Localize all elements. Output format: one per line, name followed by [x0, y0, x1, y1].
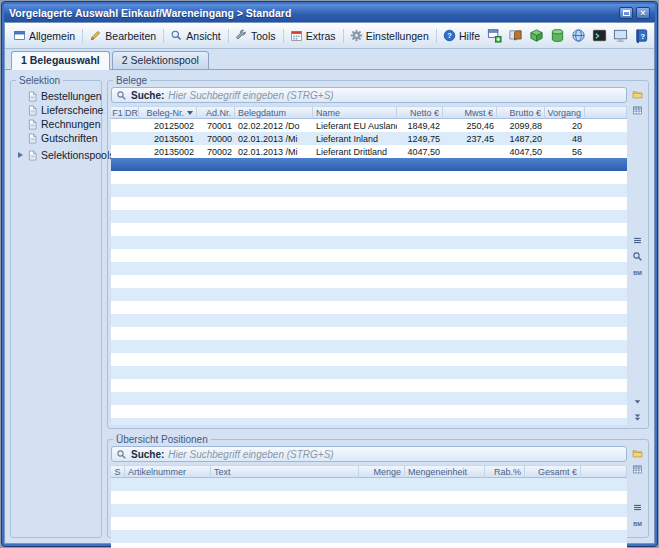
menu-tools[interactable]: Tools — [231, 27, 280, 44]
column-header-mwst[interactable]: Mwst € — [443, 106, 497, 119]
table-row-empty[interactable] — [111, 530, 627, 543]
table-row-empty[interactable] — [111, 392, 627, 405]
table-row-empty[interactable] — [111, 197, 627, 210]
table-row-empty[interactable] — [111, 171, 627, 184]
sidebar-item-rechnungen[interactable]: Rechnungen — [14, 117, 98, 131]
tab-2-selektionspool[interactable]: 2 Selektionspool — [112, 51, 209, 70]
database-button[interactable] — [548, 27, 566, 45]
column-header-text[interactable]: Text — [211, 465, 359, 478]
cell-name — [313, 379, 397, 392]
table-layout-button[interactable] — [631, 463, 644, 476]
new-window-button[interactable] — [485, 27, 503, 45]
column-header-name[interactable]: Name — [313, 106, 397, 119]
strip-bottom — [631, 395, 644, 424]
table-row-selected[interactable] — [111, 158, 627, 171]
cell-s — [111, 517, 125, 530]
sidebar-item-bestellungen[interactable]: Bestellungen — [14, 89, 98, 103]
menu-ansicht[interactable]: Ansicht — [166, 27, 224, 44]
folder-button[interactable] — [631, 88, 644, 101]
table-layout-button[interactable] — [631, 104, 644, 117]
cell-text — [211, 530, 359, 543]
cell-ad-nr — [197, 262, 235, 275]
terminal-button[interactable] — [590, 27, 608, 45]
column-header-vorgang[interactable]: Vorgang — [545, 106, 585, 119]
package-button[interactable] — [527, 27, 545, 45]
table-row-empty[interactable] — [111, 275, 627, 288]
maximize-button[interactable] — [619, 7, 633, 19]
table-row-empty[interactable] — [111, 210, 627, 223]
table-row-empty[interactable] — [111, 314, 627, 327]
list-button[interactable] — [631, 234, 644, 247]
cell-filler — [581, 491, 627, 504]
column-header-f1[interactable]: F1 — [111, 106, 125, 119]
zoom-button[interactable] — [631, 250, 644, 263]
column-header-beleg-nr[interactable]: Beleg-Nr. — [139, 106, 197, 119]
globe-button[interactable] — [569, 27, 587, 45]
menu-einstellungen[interactable]: Einstellungen — [346, 27, 433, 44]
column-header-artikelnummer[interactable]: Artikelnummer — [125, 465, 211, 478]
menu-hilfe[interactable]: ?Hilfe — [439, 27, 484, 44]
table-row[interactable]: 201350027000202.01.2013 /MiLieferant Dri… — [111, 145, 627, 158]
arrow-down-button[interactable] — [631, 395, 644, 408]
table-row-empty[interactable] — [111, 288, 627, 301]
belege-search-input[interactable]: Hier Suchbegriff eingeben (STRG+S) — [168, 90, 622, 101]
tab-1-belegauswahl[interactable]: 1 Belegauswahl — [11, 51, 110, 70]
cell-filler — [585, 249, 627, 262]
cell-brutto — [497, 405, 545, 418]
cell-dr — [125, 405, 139, 418]
expander-icon[interactable] — [16, 151, 24, 160]
monitor-button[interactable] — [611, 27, 629, 45]
table-row[interactable]: 201350017000002.01.2013 /MiLieferant Inl… — [111, 132, 627, 145]
bookmark-button[interactable]: BM — [631, 517, 644, 530]
folder-button[interactable] — [631, 447, 644, 460]
list-button[interactable] — [631, 501, 644, 514]
column-header-brutto[interactable]: Brutto € — [497, 106, 545, 119]
menu-extras[interactable]: Extras — [286, 27, 340, 44]
cell-brutto — [497, 249, 545, 262]
table-row[interactable]: 201250027000102.02.2012 /DoLieferant EU … — [111, 119, 627, 132]
table-row-empty[interactable] — [111, 517, 627, 530]
column-header-gesamt[interactable]: Gesamt € — [525, 465, 581, 478]
bookmark-button[interactable]: BM — [631, 266, 644, 279]
table-row-empty[interactable] — [111, 301, 627, 314]
sidebar-item-selektionspools[interactable]: Selektionspools — [14, 148, 98, 162]
close-button[interactable]: × — [636, 7, 650, 19]
table-row-empty[interactable] — [111, 353, 627, 366]
column-header-s[interactable]: S — [111, 465, 125, 478]
table-row-empty[interactable] — [111, 184, 627, 197]
table-row-empty[interactable] — [111, 262, 627, 275]
sidebar-item-lieferscheine[interactable]: Lieferscheine — [14, 103, 98, 117]
table-row-empty[interactable] — [111, 543, 627, 548]
column-header-belegdatum[interactable]: Belegdatum — [235, 106, 313, 119]
menu-allgemein[interactable]: Allgemein — [9, 27, 79, 44]
table-row-empty[interactable] — [111, 418, 627, 425]
menu-bearbeiten[interactable]: Bearbeiten — [85, 27, 160, 44]
column-header-dr[interactable]: DR — [125, 106, 139, 119]
table-row-empty[interactable] — [111, 236, 627, 249]
column-header-ad-nr[interactable]: Ad.Nr. — [197, 106, 235, 119]
catalog-button[interactable] — [506, 27, 524, 45]
table-row-empty[interactable] — [111, 249, 627, 262]
column-header-mengeneinheit[interactable]: Mengeneinheit — [405, 465, 485, 478]
titlebar[interactable]: Vorgelagerte Auswahl Einkauf/Wareneingan… — [4, 4, 655, 22]
column-header-rab[interactable]: Rab.% — [485, 465, 525, 478]
table-row-empty[interactable] — [111, 223, 627, 236]
table-row-empty[interactable] — [111, 366, 627, 379]
table-row-empty[interactable] — [111, 491, 627, 504]
column-header-menge[interactable]: Menge — [359, 465, 405, 478]
cell-vorgang: 56 — [545, 145, 585, 158]
help-book-button[interactable]: ? — [632, 27, 650, 45]
window-title: Vorgelagerte Auswahl Einkauf/Wareneingan… — [9, 7, 291, 19]
cell-mwst — [443, 405, 497, 418]
table-row-empty[interactable] — [111, 379, 627, 392]
positionen-search-input[interactable]: Hier Suchbegriff eingeben (STRG+S) — [168, 449, 622, 460]
arrow-double-down-button[interactable] — [631, 411, 644, 424]
table-row-empty[interactable] — [111, 340, 627, 353]
table-row-empty[interactable] — [111, 504, 627, 517]
table-row-empty[interactable] — [111, 405, 627, 418]
column-header-netto[interactable]: Netto € — [397, 106, 443, 119]
sidebar-item-gutschriften[interactable]: Gutschriften — [14, 131, 98, 145]
table-row-empty[interactable] — [111, 327, 627, 340]
cell-beleg-nr — [139, 392, 197, 405]
table-row-empty[interactable] — [111, 478, 627, 491]
